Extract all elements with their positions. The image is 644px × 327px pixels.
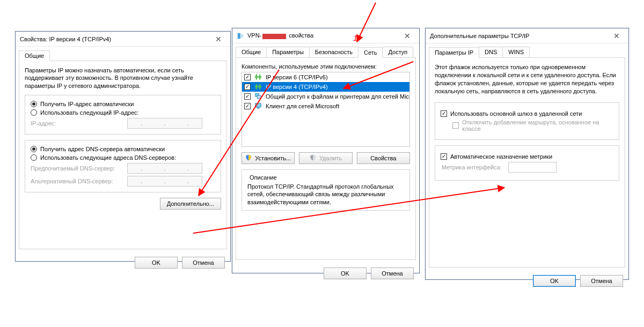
tab-params[interactable]: Параметры: [266, 47, 310, 57]
tab-label: Параметры: [272, 49, 304, 55]
tab-label: WINS: [508, 49, 524, 55]
shield-icon: [310, 154, 317, 162]
tabstrip: Параметры IP DNS WINS: [426, 43, 628, 57]
use-default-gateway-check[interactable]: Использовать основной шлюз в удаленной с…: [441, 110, 613, 117]
close-icon[interactable]: ✕: [399, 30, 416, 42]
svg-rect-4: [259, 75, 261, 80]
tab-general[interactable]: Общие: [236, 47, 267, 57]
checkbox-icon[interactable]: [441, 110, 447, 117]
ip-address-input: ...: [127, 118, 202, 129]
cancel-button[interactable]: Отмена: [371, 267, 414, 279]
install-button[interactable]: Установить...: [241, 152, 295, 164]
close-icon[interactable]: ✕: [210, 33, 227, 45]
properties-button[interactable]: Свойства: [357, 152, 410, 164]
advanced-button[interactable]: Дополнительно...: [160, 198, 221, 210]
tab-dns[interactable]: DNS: [479, 47, 503, 57]
checkbox-icon[interactable]: [244, 93, 251, 100]
radio-icon: [31, 146, 37, 152]
check-label: Использовать основной шлюз в удаленной с…: [450, 110, 582, 117]
cancel-button[interactable]: Отмена: [182, 257, 225, 269]
remove-button[interactable]: Удалить: [299, 152, 352, 164]
button-label: Удалить: [319, 155, 342, 161]
close-icon[interactable]: ✕: [608, 30, 625, 42]
titlebar: VPN- свойства ✕: [232, 28, 419, 43]
button-label: OK: [550, 278, 559, 284]
redacted-text: [262, 34, 286, 39]
radio-icon: [31, 154, 37, 161]
ok-button[interactable]: OK: [324, 267, 367, 279]
protocol-icon: [254, 83, 262, 91]
client-icon: [254, 102, 262, 110]
dialog-buttons: OK Отмена: [426, 271, 628, 291]
dns-alt-row: Альтернативный DNS-сервер: ...: [31, 176, 215, 187]
components-list[interactable]: IP версии 6 (TCP/IPv6) IP версии 4 (TCP/…: [241, 72, 410, 147]
radio-ip-auto[interactable]: Получить IP-адрес автоматически: [31, 101, 215, 107]
radio-dns-manual[interactable]: Использовать следующие адреса DNS-сервер…: [31, 154, 215, 161]
tab-access[interactable]: Доступ: [382, 47, 413, 57]
svg-rect-1: [241, 34, 243, 38]
dns-alt-input: ...: [127, 176, 202, 187]
checkbox-icon[interactable]: [244, 74, 251, 80]
field-label: Альтернативный DNS-сервер:: [31, 178, 122, 184]
tabstrip: Общие Параметры Безопасность Сеть Доступ: [232, 43, 419, 57]
dialog-buttons: OK Отмена: [232, 263, 419, 284]
list-item-client[interactable]: Клиент для сетей Microsoft: [242, 101, 409, 111]
vpn-connection-properties-dialog: VPN- свойства ✕ Общие Параметры Безопасн…: [232, 28, 420, 273]
svg-rect-0: [238, 33, 240, 39]
radio-ip-manual[interactable]: Использовать следующий IP-адрес:: [31, 109, 215, 116]
ok-button[interactable]: OK: [135, 257, 178, 269]
interface-metric-input: [508, 162, 557, 173]
title-prefix: VPN-: [247, 32, 261, 39]
radio-label: Получить адрес DNS-сервера автоматически: [40, 146, 165, 152]
ok-button[interactable]: OK: [533, 275, 576, 287]
list-item-label: Общий доступ к файлам и принтерам для се…: [266, 93, 409, 100]
checkbox-icon[interactable]: [244, 103, 251, 109]
tab-general[interactable]: Общие: [19, 50, 50, 61]
tab-label: Параметры IP: [435, 49, 473, 56]
radio-icon: [31, 101, 37, 107]
tab-ip-params[interactable]: Параметры IP: [429, 47, 479, 58]
shield-icon: [245, 154, 253, 162]
disable-class-route-check: Отключить добавление маршрута, основанно…: [452, 119, 613, 132]
radio-icon: [31, 109, 37, 116]
title-suffix: свойства: [289, 32, 313, 39]
list-item-fileprint[interactable]: Общий доступ к файлам и принтерам для се…: [242, 92, 409, 101]
button-label: Дополнительно...: [167, 200, 214, 207]
list-item-label: IP версии 4 (TCP/IPv4): [266, 84, 328, 90]
auto-metric-check[interactable]: Автоматическое назначение метрики: [441, 153, 613, 160]
checkbox-icon: [452, 122, 459, 129]
gateway-group: Использовать основной шлюз в удаленной с…: [435, 102, 619, 140]
list-item-label: IP версии 6 (TCP/IPv6): [266, 74, 328, 80]
list-item-ipv4[interactable]: IP версии 4 (TCP/IPv4): [242, 82, 409, 92]
list-item-ipv6[interactable]: IP версии 6 (TCP/IPv6): [242, 72, 409, 82]
tab-security[interactable]: Безопасность: [309, 47, 358, 57]
tab-body: Компоненты, используемые этим подключени…: [236, 57, 416, 260]
svg-rect-6: [256, 84, 258, 90]
intro-text: Этот флажок используется только при одно…: [435, 63, 619, 95]
tab-network[interactable]: Сеть: [358, 47, 383, 58]
protocol-icon: [254, 73, 262, 81]
radio-label: Использовать следующий IP-адрес:: [40, 109, 139, 116]
intro-text: Параметры IP можно назначать автоматичес…: [25, 66, 221, 90]
tab-label: Безопасность: [315, 49, 353, 55]
ipv4-properties-dialog: Свойства: IP версии 4 (TCP/IPv4) ✕ Общие…: [15, 31, 231, 262]
radio-dns-auto[interactable]: Получить адрес DNS-сервера автоматически: [31, 146, 215, 152]
tab-label: Общие: [241, 49, 261, 55]
svg-rect-3: [256, 75, 258, 80]
dns-pref-row: Предпочитаемый DNS-сервер: ...: [31, 163, 215, 174]
dialog-buttons: OK Отмена: [16, 252, 230, 273]
cancel-button[interactable]: Отмена: [580, 275, 623, 287]
tab-wins[interactable]: WINS: [502, 47, 530, 57]
svg-rect-10: [255, 103, 261, 107]
radio-label: Получить IP-адрес автоматически: [40, 101, 134, 107]
field-label: IP-адрес:: [31, 120, 122, 127]
description-group: Описание Протокол TCP/IP. Стандартный пр…: [241, 169, 410, 211]
checkbox-icon[interactable]: [244, 84, 251, 90]
checkbox-icon[interactable]: [441, 153, 447, 160]
list-item-label: Клиент для сетей Microsoft: [266, 103, 339, 109]
svg-rect-7: [259, 84, 261, 90]
description-text: Протокол TCP/IP. Стандартный протокол гл…: [247, 183, 404, 206]
titlebar: Дополнительные параметры TCP/IP ✕: [426, 28, 628, 43]
tab-label: Общие: [25, 53, 44, 59]
ip-address-row: IP-адрес: ...: [31, 118, 215, 129]
